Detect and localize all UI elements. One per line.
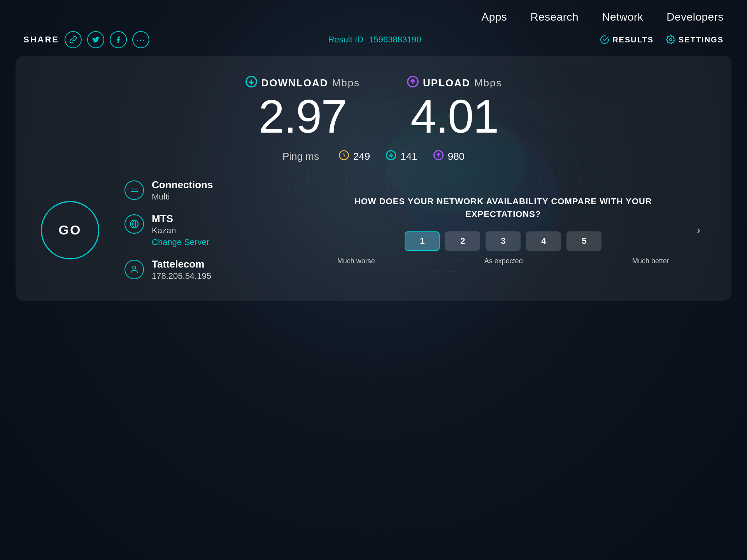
svg-line-28 [344,155,345,157]
share-left: SHARE ··· [23,31,149,48]
upload-section: UPLOAD Mbps 4.01 [407,75,502,142]
result-id: Result ID 15963883190 [328,35,421,45]
upload-icon [407,75,419,91]
ping-idle: 249 [338,150,370,163]
upload-label: UPLOAD [423,77,470,89]
survey-section: HOW DOES YOUR NETWORK AVAILABILITY COMPA… [318,179,673,281]
isp-item: Tattelecom 178.205.54.195 [124,258,295,281]
nav-apps[interactable]: Apps [481,11,507,23]
ping-upload: 980 [433,150,465,163]
download-section: DOWNLOAD Mbps 2.97 [245,75,360,142]
top-navigation: Apps Research Network Developers [0,0,747,31]
connections-value: Multi [152,192,213,202]
survey-label-expected: As expected [484,257,523,265]
ping-upload-icon [433,150,444,163]
ping-download-value: 141 [400,150,417,163]
more-share-icon[interactable]: ··· [132,31,149,48]
server-label: MTS [152,213,209,225]
survey-btn-4[interactable]: 4 [526,231,561,251]
facebook-share-icon[interactable] [110,31,127,48]
upload-unit: Mbps [474,77,502,89]
survey-btn-1[interactable]: 1 [405,231,440,251]
main-panel: DOWNLOAD Mbps 2.97 UPLOAD Mbps 4.01 Ping… [16,56,731,301]
survey-btn-5[interactable]: 5 [566,231,601,251]
nav-network[interactable]: Network [602,11,643,23]
connections-icon [124,180,144,200]
download-unit: Mbps [332,77,360,89]
download-label: DOWNLOAD [261,77,328,89]
ping-label: Ping ms [282,150,319,163]
share-bar: SHARE ··· Result ID 15963883190 RESULTS … [0,31,747,56]
connections-item: Connections Multi [124,179,295,202]
isp-label: Tattelecom [152,258,211,270]
link-share-icon[interactable] [65,31,82,48]
survey-labels: Much worse As expected Much better [333,257,673,265]
go-button[interactable]: GO [41,201,99,259]
ping-idle-icon [338,150,349,163]
survey-label-worse: Much worse [337,257,375,265]
settings-button[interactable]: SETTINGS [666,35,724,44]
survey-btn-2[interactable]: 2 [445,231,480,251]
ping-download: 141 [386,150,417,163]
svg-point-37 [133,266,136,269]
survey-buttons: 1 2 3 4 5 [405,231,601,251]
results-button[interactable]: RESULTS [600,35,654,44]
survey-question: HOW DOES YOUR NETWORK AVAILABILITY COMPA… [333,195,673,220]
upload-value: 4.01 [407,91,502,142]
chevron-container: › [696,179,708,281]
survey-label-better: Much better [632,257,669,265]
go-button-container: GO [39,179,101,281]
share-label: SHARE [23,35,59,45]
nav-developers[interactable]: Developers [666,11,724,23]
survey-btn-3[interactable]: 3 [486,231,521,251]
info-left: Connections Multi MTS Kazan Change Serve… [124,179,295,281]
server-item: MTS Kazan Change Server [124,213,295,247]
chevron-right-icon[interactable]: › [697,224,700,236]
connections-label: Connections [152,179,213,191]
isp-ip: 178.205.54.195 [152,271,211,281]
speed-row: DOWNLOAD Mbps 2.97 UPLOAD Mbps 4.01 [39,75,708,142]
server-location: Kazan [152,226,209,236]
ping-row: Ping ms 249 141 980 [39,150,708,163]
nav-research[interactable]: Research [530,11,579,23]
isp-icon [124,260,144,279]
download-value: 2.97 [245,91,360,142]
ping-upload-value: 980 [448,150,465,163]
info-grid: GO Connections Multi MTS [39,179,708,281]
ping-download-icon [386,150,396,163]
change-server-link[interactable]: Change Server [152,237,209,247]
download-icon [245,75,258,91]
twitter-share-icon[interactable] [87,31,104,48]
server-icon [124,214,144,234]
share-right: RESULTS SETTINGS [600,35,724,44]
svg-point-0 [670,38,672,41]
ping-idle-value: 249 [353,150,370,163]
